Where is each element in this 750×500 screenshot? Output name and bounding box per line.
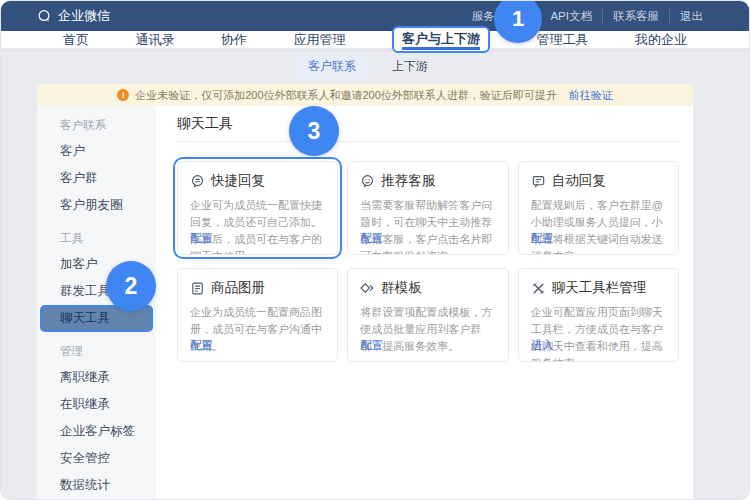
card-desc: 当需要客服帮助解答客户问题时，可在聊天中主动推荐微信客服，客户点击名片即可向客服… [360,197,495,255]
card-group-template: 群模板 将群设置项配置成模板，方便成员批量应用到客户群聊，提高服务效率。 配置 [347,268,508,362]
card-head: 群模板 [360,279,495,297]
card-head: 聊天工具栏管理 [531,279,666,297]
card-auto-reply: 自动回复 配置规则后，客户在群里@小助理或服务人员提问，小助理将根据关键词自动发… [518,161,679,255]
page-title: 聊天工具 [177,113,679,133]
card-title: 商品图册 [211,279,265,297]
card-head: 商品图册 [190,279,325,297]
logout-link[interactable]: 退出 [669,9,713,24]
banner-text: 企业未验证，仅可添加200位外部联系人和邀请200位外部联系人进群，验证后即可提… [135,88,557,103]
group-template-icon [360,281,375,296]
feature-cards-grid: 快捷回复 企业可为成员统一配置快捷回复，成员还可自己添加。添加后，成员可在与客户… [177,161,679,362]
wecom-logo[interactable]: 企业微信 [37,7,110,25]
sidebar-group-header: 管理 [37,342,156,360]
top-header: 企业微信 服务商后台 API文档 联系客服 退出 [1,1,749,31]
card-head: 自动回复 [531,172,666,190]
configure-link[interactable]: 配置 [360,231,383,246]
auto-reply-icon [531,174,546,189]
contact-support-link[interactable]: 联系客服 [602,9,669,24]
nav-item-contacts[interactable]: 通讯录 [136,31,175,49]
sidebar-group-customer-contact: 客户联系 客户 客户群 客户朋友圈 [37,116,156,219]
card-head: 推荐客服 [360,172,495,190]
card-title: 自动回复 [552,172,606,190]
main-panel: 聊天工具 快捷回复 [156,106,693,500]
card-recommend-service: 推荐客服 当需要客服帮助解答客户问题时，可在聊天中主动推荐微信客服，客户点击名片… [347,161,508,255]
warning-icon: ! [117,89,129,101]
nav-item-home[interactable]: 首页 [63,31,89,49]
sidebar-item-resigned-inheritance[interactable]: 离职继承 [37,364,156,391]
product-album-icon [190,281,205,296]
annotation-badge-3: 3 [289,106,339,156]
card-product-album: 商品图册 企业为成员统一配置商品图册，成员可在与客户沟通中使用。 配置 [177,268,338,362]
main-nav: 首页 通讯录 协作 应用管理 客户与上下游 管理工具 我的企业 [1,31,749,49]
nav-item-customers-updownstream[interactable]: 客户与上下游 [392,26,490,53]
sidebar-item-security-control[interactable]: 安全管控 [37,445,156,472]
sidebar-group-header: 工具 [37,229,156,247]
card-title: 推荐客服 [381,172,435,190]
sidebar-item-customer-groups[interactable]: 客户群 [37,165,156,192]
verification-warning-banner: ! 企业未验证，仅可添加200位外部联系人和邀请200位外部联系人进群，验证后即… [37,84,693,106]
tab-customer-contact[interactable]: 客户联系 [294,54,370,79]
configure-link[interactable]: 配置 [360,338,383,353]
api-docs-link[interactable]: API文档 [539,9,602,24]
annotation-badge-2: 2 [106,261,156,311]
sidebar-item-statistics[interactable]: 数据统计 [37,472,156,499]
sidebar-item-customer-tags[interactable]: 企业客户标签 [37,418,156,445]
card-head: 快捷回复 [190,172,325,190]
subtabs: 客户联系 上下游 [37,49,693,84]
sidebar-item-customers[interactable]: 客户 [37,138,156,165]
sidebar-group-management: 管理 离职继承 在职继承 企业客户标签 安全管控 数据统计 [37,342,156,499]
chat-bubble-logo-icon [37,9,52,24]
nav-item-app-management[interactable]: 应用管理 [294,31,346,49]
tab-updownstream[interactable]: 上下游 [384,54,436,79]
annotation-ring-nav: 客户与上下游 [392,26,490,53]
card-desc: 企业可配置应用页面到聊天工具栏，方便成员在与客户的聊天中查看和使用，提高服务效率… [531,304,666,362]
go-verify-link[interactable]: 前往验证 [569,88,613,103]
configure-link[interactable]: 配置 [190,338,213,353]
configure-link[interactable]: 配置 [531,231,554,246]
card-chat-toolbar: 聊天工具栏管理 企业可配置应用页面到聊天工具栏，方便成员在与客户的聊天中查看和使… [518,268,679,362]
recommend-service-icon [360,174,375,189]
enter-link[interactable]: 进入 [531,338,554,353]
configure-link[interactable]: 配置 [190,231,213,246]
quick-reply-icon [190,174,205,189]
card-title: 聊天工具栏管理 [552,279,647,297]
nav-item-my-company[interactable]: 我的企业 [635,31,687,49]
sidebar-item-customer-moments[interactable]: 客户朋友圈 [37,192,156,219]
card-desc: 配置规则后，客户在群里@小助理或服务人员提问，小助理将根据关键词自动发送消息内容… [531,197,666,255]
nav-item-collaboration[interactable]: 协作 [221,31,247,49]
logo-text: 企业微信 [58,7,110,25]
card-title: 群模板 [381,279,422,297]
nav-item-label: 客户与上下游 [402,31,480,50]
card-quick-reply: 快捷回复 企业可为成员统一配置快捷回复，成员还可自己添加。添加后，成员可在与客户… [177,161,338,255]
app-window: 企业微信 服务商后台 API文档 联系客服 退出 首页 通讯录 协作 应用管理 … [0,0,750,500]
sidebar-group-header: 客户联系 [37,116,156,134]
nav-item-admin-tools[interactable]: 管理工具 [537,31,589,49]
chat-toolbar-icon [531,281,546,296]
title-divider [177,141,679,142]
card-title: 快捷回复 [211,172,265,190]
card-desc: 企业可为成员统一配置快捷回复，成员还可自己添加。添加后，成员可在与客户的聊天中使… [190,197,325,255]
sidebar-item-onjob-inheritance[interactable]: 在职继承 [37,391,156,418]
